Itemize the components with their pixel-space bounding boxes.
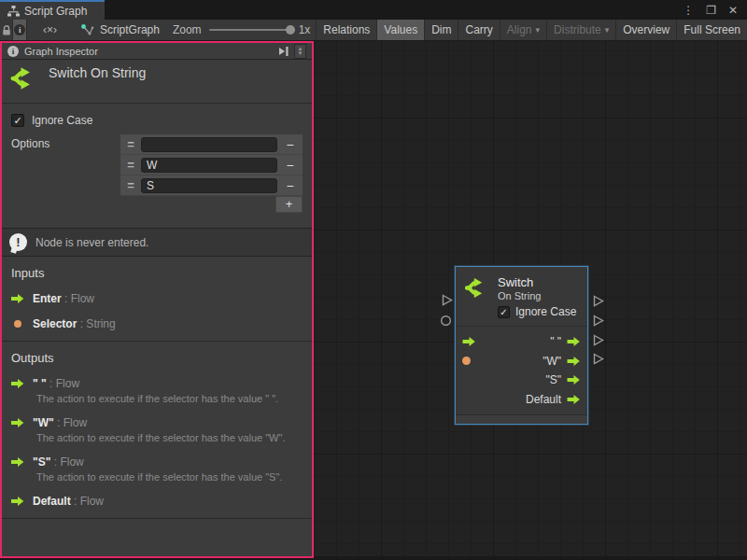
flow-arrow-icon [11,496,24,507]
list-item: = W − [120,155,303,175]
warning-text: Node is never entered. [35,236,148,249]
zoom-slider[interactable] [209,29,291,31]
fullscreen-button[interactable]: Full Screen [677,20,747,40]
warning-banner: ! Node is never entered. [2,228,312,257]
list-item: = S − [120,175,303,196]
external-output-port[interactable] [593,353,604,365]
values-button[interactable]: Values [377,20,425,40]
lock-icon [1,24,12,36]
code-view-button[interactable]: ‹×› [35,20,65,40]
flow-arrow-icon[interactable] [567,336,581,347]
flow-arrow-icon[interactable] [567,356,581,367]
section-divider [2,518,312,519]
graph-icon [80,23,94,36]
remove-option-button[interactable]: − [277,175,303,196]
port-name: "S" [33,455,50,469]
value-dot-icon [11,320,24,328]
output-port-row: "W" : Flow [11,416,312,429]
inputs-section-header: Inputs [11,266,312,280]
window-controls: ⋮ ❐ ✕ [673,0,747,20]
option-input[interactable]: S [141,178,277,193]
node-ignore-case[interactable]: ✓ Ignore Case [498,305,576,318]
zoom-slider-handle[interactable] [286,25,295,35]
port-label: "W" [543,355,561,368]
maximize-icon[interactable]: ❐ [706,5,716,16]
tab-bar: Script Graph ⋮ ❐ ✕ [0,0,747,20]
external-output-port[interactable] [593,334,604,346]
add-option-button[interactable]: + [275,196,303,213]
hierarchy-icon [7,6,20,17]
dim-button[interactable]: Dim [425,20,458,40]
selector-value-port[interactable] [462,357,479,365]
lock-button[interactable] [0,20,13,40]
tab-script-graph[interactable]: Script Graph [0,0,105,20]
external-output-port[interactable] [593,295,604,307]
zoom-label: Zoom [173,23,202,36]
port-name: "W" [33,416,54,429]
resize-scrubber[interactable]: ▲ ▼ [294,44,306,59]
drag-handle-icon[interactable]: = [120,178,141,192]
option-input[interactable] [141,137,277,152]
info-icon: i [14,24,25,35]
overview-button[interactable]: Overview [616,20,677,40]
checkbox-checked[interactable]: ✓ [498,306,510,318]
switch-icon [463,275,489,301]
external-output-port[interactable] [593,315,604,327]
switch-on-string-node[interactable]: Switch On String ✓ Ignore Case " " [455,266,588,425]
ignore-case-label: Ignore Case [32,114,92,127]
graph-inspector-panel: i Graph Inspector ▲ ▼ Switch On String [0,41,314,558]
node-footer [456,414,587,424]
distribute-label: Distribute [554,23,601,36]
input-port-row: Enter : Flow [11,292,312,305]
list-footer: + [120,196,303,213]
node-header: Switch On String ✓ Ignore Case [456,267,587,318]
checkbox-checked[interactable]: ✓ [11,114,24,127]
external-value-input-port[interactable] [440,315,452,327]
tab-title: Script Graph [24,5,87,18]
align-button[interactable]: Align ▾ [500,20,547,40]
external-flow-input-port[interactable] [442,294,453,306]
chevron-down-icon: ▾ [605,25,610,35]
flow-arrow-icon [11,456,24,468]
window-menu-icon[interactable]: ⋮ [683,5,694,16]
port-type: : Flow [49,377,79,390]
section-divider [2,341,312,342]
remove-option-button[interactable]: − [277,134,303,155]
option-input[interactable]: W [141,158,277,173]
scrub-down-icon: ▼ [298,51,303,56]
graph-breadcrumb[interactable]: ScriptGraph [73,20,167,40]
flow-arrow-icon [11,293,24,304]
port-description: The action to execute if the selector ha… [36,471,312,483]
zoom-control: Zoom 1x [167,20,316,40]
distribute-button[interactable]: Distribute ▾ [547,20,616,40]
close-icon[interactable]: ✕ [728,5,738,16]
ignore-case-field[interactable]: ✓ Ignore Case [11,114,312,127]
drag-handle-icon[interactable]: = [120,137,141,151]
port-description: The action to execute if the selector ha… [36,393,312,404]
flow-arrow-icon[interactable] [567,394,581,405]
graph-name-label: ScriptGraph [100,23,160,36]
chevron-down-icon: ▾ [536,25,541,35]
flow-arrow-icon[interactable] [567,374,581,385]
input-port-row: Selector : String [11,317,312,330]
port-name: Selector [33,317,77,330]
output-port-row: " " : Flow [11,377,312,390]
options-list: = − = W − = S − + [120,134,303,213]
drag-handle-icon[interactable]: = [120,158,141,172]
relations-button[interactable]: Relations [316,20,377,40]
port-label: Default [526,393,561,406]
inspector-controls: ✓ Ignore Case Options = − = W − [2,104,312,215]
node-title: Switch [498,275,576,289]
port-type: : Flow [64,292,94,305]
port-label: " " [550,335,561,348]
flow-arrow-icon [11,378,24,389]
dock-panel-icon[interactable] [278,46,289,57]
inspector-toggle-button[interactable]: i [13,20,26,40]
inspector-header-title: Graph Inspector [24,46,98,57]
carry-button[interactable]: Carry [458,20,500,40]
output-port-row: Default : Flow [11,495,312,508]
port-name: Enter [33,292,62,305]
inspector-title: Switch On String [49,65,146,80]
enter-flow-port[interactable] [462,336,479,347]
remove-option-button[interactable]: − [277,155,303,175]
